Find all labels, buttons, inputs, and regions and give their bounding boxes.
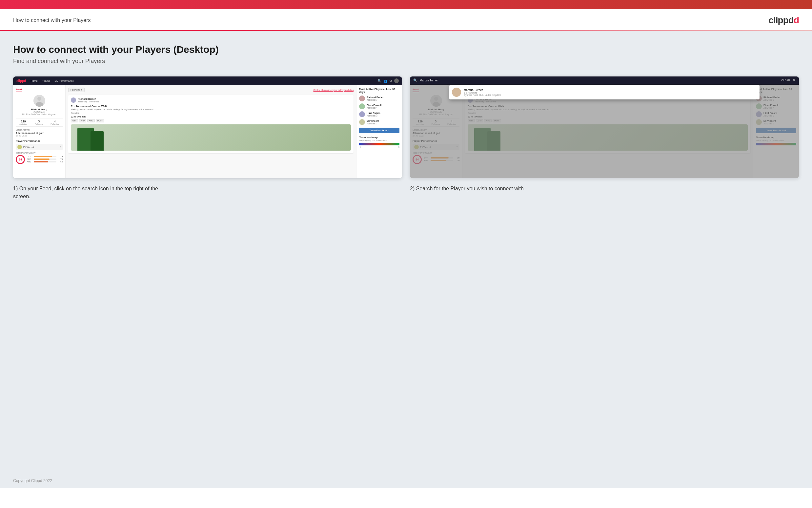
caption-2: 2) Search for the Player you wish to con…: [410, 185, 561, 193]
result-name: Marcus Turner: [464, 88, 501, 92]
player-row-4: Eli Vincent Activities: 1: [359, 119, 399, 125]
player-2-info: Piers Parnell Activities: 4: [367, 104, 399, 109]
most-active-title: Most Active Players - Last 30 days: [359, 88, 399, 93]
header-title: How to connect with your Players: [13, 17, 91, 23]
search-icon[interactable]: 🔍: [378, 79, 381, 83]
main-subheading: Find and connect with your Players: [13, 58, 799, 65]
player-3-name: Hiral Pujara: [367, 112, 399, 115]
settings-icon[interactable]: ⚙: [389, 79, 392, 83]
player-select-avatar: [17, 145, 22, 149]
main-content: How to connect with your Players (Deskto…: [0, 31, 812, 473]
search-box: 🔍 Marcus Turner CLEAR ✕: [410, 77, 799, 84]
profile-avatar: [34, 95, 45, 107]
mini-nav-teams[interactable]: Teams: [42, 79, 50, 82]
stat-following: 4 Following: [50, 120, 59, 125]
post-header: Richard Butler Yesterday - The Grove: [71, 97, 351, 103]
player-1-name: Richard Butler: [367, 96, 399, 99]
following-count: 4: [50, 120, 59, 123]
post-date: Yesterday - The Grove: [78, 100, 99, 103]
tag-arg: ARG: [87, 119, 95, 122]
profile-name: Blair McHarg: [16, 108, 63, 111]
result-info: Marcus Turner 1-5 Handicap Cypress Point…: [464, 88, 501, 96]
mini-nav-home[interactable]: Home: [31, 79, 37, 82]
search-icon-3: 🔍: [413, 78, 417, 82]
score-row: 84 OTT 79 APP: [16, 155, 63, 164]
activity-date: 27 Jul 2022: [16, 134, 63, 137]
heatmap-labels: -5 +5: [359, 146, 399, 148]
search-result[interactable]: Marcus Turner 1-5 Handicap Cypress Point…: [449, 85, 760, 99]
mini-app-2: clippd Home Teams My Performance 🔍 👥 ⚙: [410, 77, 799, 178]
mini-center-panel: Following ▾ Control who can see your act…: [65, 85, 356, 178]
following-button[interactable]: Following ▾: [68, 88, 85, 92]
player-4-avatar: [359, 119, 365, 125]
player-2-avatar: [359, 103, 365, 109]
player-1-avatar: [359, 95, 365, 101]
result-club: Cypress Point Club, United Kingdom: [464, 94, 501, 96]
people-icon[interactable]: 👥: [383, 79, 387, 83]
post-tags: OTT APP ARG PUTT: [71, 119, 351, 122]
post-avatar: [71, 97, 76, 103]
tag-app: APP: [79, 119, 86, 122]
performance-bars: OTT 79 APP 70: [27, 156, 63, 163]
player-1-info: Richard Butler Activities: 7: [367, 96, 399, 101]
clear-button[interactable]: CLEAR: [781, 79, 790, 82]
post-desc: Walking the course with my coach to buil…: [71, 108, 351, 111]
heatmap-sub: Player Quality - 20 Round Trend: [359, 139, 399, 141]
mini-nav-performance[interactable]: My Performance: [54, 79, 74, 82]
search-input[interactable]: Marcus Turner: [420, 79, 778, 82]
player-select[interactable]: Eli Vincent ▾: [16, 144, 63, 150]
screenshot-col-2: clippd Home Teams My Performance 🔍 👥 ⚙: [410, 77, 799, 201]
bar-ott: OTT 79: [27, 156, 63, 158]
player-row-2: Piers Parnell Activities: 4: [359, 103, 399, 109]
mini-right-panel: Most Active Players - Last 30 days Richa…: [356, 85, 402, 178]
activities-label: Activities: [19, 123, 27, 125]
stat-followers: 3 Followers: [35, 120, 43, 125]
post-author: Richard Butler: [78, 97, 99, 100]
following-row: Following ▾ Control who can see your act…: [68, 88, 353, 92]
tag-putt: PUTT: [96, 119, 104, 122]
following-label: Following: [50, 123, 59, 125]
profile-role: Golf Coach: [16, 111, 63, 113]
figure-2: [91, 131, 104, 151]
result-handicap: 1-5 Handicap: [464, 92, 501, 94]
profile-stats-row: 129 Activities 3 Followers 4 Following: [16, 118, 63, 127]
heatmap-title: Team Heatmap: [359, 136, 399, 139]
post-title: Pre Tournament Course Walk: [71, 105, 351, 108]
post-image: [71, 124, 351, 151]
latest-label: Latest Activity: [16, 129, 63, 131]
header: How to connect with your Players clippdd: [0, 9, 812, 30]
chevron-down-icon: ▾: [60, 146, 61, 148]
activities-count: 129: [19, 120, 27, 123]
player-row-1: Richard Butler Activities: 7: [359, 95, 399, 101]
followers-count: 3: [35, 120, 43, 123]
mini-nav-logo: clippd: [16, 79, 26, 83]
post-duration: Duration: [71, 112, 351, 114]
player-2-stat: Activities: 4: [367, 107, 399, 109]
stat-activities: 129 Activities: [19, 120, 27, 125]
screenshot-col-1: clippd Home Teams My Performance 🔍 👥 ⚙: [13, 77, 402, 201]
mini-post: Richard Butler Yesterday - The Grove Pre…: [68, 95, 353, 153]
activity-name: Afternoon round of golf: [16, 132, 63, 134]
team-dashboard-button[interactable]: Team Dashboard: [359, 128, 399, 133]
close-icon[interactable]: ✕: [793, 78, 796, 82]
player-4-name: Eli Vincent: [367, 120, 399, 122]
control-link[interactable]: Control who can see your activity and da…: [314, 89, 353, 91]
player-3-stat: Activities: 3: [367, 115, 399, 117]
screenshot-frame-1: clippd Home Teams My Performance 🔍 👥 ⚙: [13, 77, 402, 178]
footer-text: Copyright Clippd 2022: [13, 478, 52, 483]
caption-1: 1) On your Feed, click on the search ico…: [13, 185, 164, 201]
mini-nav-1: clippd Home Teams My Performance 🔍 👥 ⚙: [13, 77, 402, 85]
player-select-name: Eli Vincent: [23, 146, 58, 148]
bar-app: APP 70: [27, 158, 63, 160]
mini-app-1: clippd Home Teams My Performance 🔍 👥 ⚙: [13, 77, 402, 178]
feed-tab[interactable]: Feed: [16, 88, 22, 92]
tag-ott: OTT: [71, 119, 78, 122]
screenshot-frame-2: clippd Home Teams My Performance 🔍 👥 ⚙: [410, 77, 799, 178]
logo: clippdd: [768, 15, 799, 26]
mini-left-panel: Feed Blair McHarg Golf Coach Mill Ride G…: [13, 85, 65, 178]
top-bar: [0, 0, 812, 9]
profile-club: Mill Ride Golf Club, United Kingdom: [16, 113, 63, 116]
nav-avatar[interactable]: [394, 78, 399, 83]
heatmap-bar: [359, 143, 399, 145]
player-2-name: Piers Parnell: [367, 104, 399, 107]
